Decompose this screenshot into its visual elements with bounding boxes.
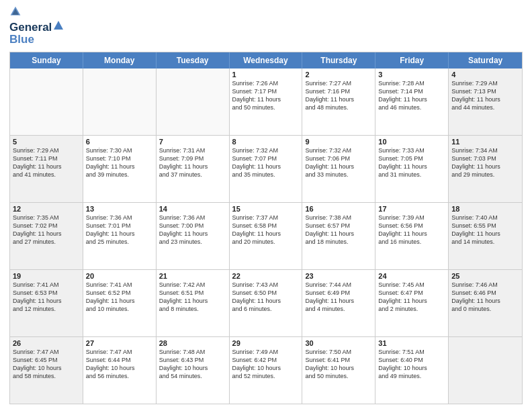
empty-cell-0-1 (83, 68, 157, 135)
day-number: 18 (451, 205, 519, 213)
day-cell-13: 13Sunrise: 7:36 AM Sunset: 7:01 PM Dayli… (83, 203, 157, 269)
day-number: 4 (451, 71, 519, 79)
day-number: 24 (378, 272, 445, 280)
day-cell-7: 7Sunrise: 7:31 AM Sunset: 7:09 PM Daylig… (157, 136, 230, 202)
day-cell-3: 3Sunrise: 7:28 AM Sunset: 7:14 PM Daylig… (375, 68, 449, 135)
day-number: 12 (13, 205, 80, 213)
day-cell-2: 2Sunrise: 7:27 AM Sunset: 7:16 PM Daylig… (302, 68, 375, 135)
calendar-row-2: 12Sunrise: 7:35 AM Sunset: 7:02 PM Dayli… (10, 203, 522, 270)
day-info: Sunrise: 7:32 AM Sunset: 7:06 PM Dayligh… (305, 146, 372, 179)
day-info: Sunrise: 7:37 AM Sunset: 6:58 PM Dayligh… (232, 214, 300, 246)
calendar-row-4: 26Sunrise: 7:47 AM Sunset: 6:45 PM Dayli… (10, 337, 522, 404)
day-number: 3 (378, 71, 445, 79)
day-cell-16: 16Sunrise: 7:38 AM Sunset: 6:57 PM Dayli… (302, 203, 375, 269)
day-cell-6: 6Sunrise: 7:30 AM Sunset: 7:10 PM Daylig… (83, 136, 157, 202)
day-cell-14: 14Sunrise: 7:36 AM Sunset: 7:00 PM Dayli… (157, 203, 230, 269)
weekday-header-monday: Monday (83, 52, 157, 68)
day-info: Sunrise: 7:36 AM Sunset: 7:01 PM Dayligh… (86, 214, 153, 246)
day-info: Sunrise: 7:40 AM Sunset: 6:55 PM Dayligh… (451, 214, 519, 246)
day-cell-10: 10Sunrise: 7:33 AM Sunset: 7:05 PM Dayli… (375, 136, 449, 202)
empty-cell-0-2 (157, 68, 230, 135)
day-number: 20 (86, 272, 153, 280)
day-cell-8: 8Sunrise: 7:32 AM Sunset: 7:07 PM Daylig… (230, 136, 303, 202)
day-cell-27: 27Sunrise: 7:47 AM Sunset: 6:44 PM Dayli… (83, 337, 157, 404)
day-number: 26 (13, 339, 80, 347)
svg-marker-2 (54, 21, 63, 30)
day-info: Sunrise: 7:39 AM Sunset: 6:56 PM Dayligh… (378, 214, 445, 246)
day-info: Sunrise: 7:38 AM Sunset: 6:57 PM Dayligh… (305, 214, 372, 246)
day-cell-26: 26Sunrise: 7:47 AM Sunset: 6:45 PM Dayli… (10, 337, 83, 404)
day-number: 14 (159, 205, 226, 213)
day-number: 15 (232, 205, 300, 213)
day-number: 31 (378, 339, 445, 347)
day-number: 28 (159, 339, 226, 347)
day-cell-4: 4Sunrise: 7:29 AM Sunset: 7:13 PM Daylig… (449, 68, 522, 135)
day-cell-21: 21Sunrise: 7:42 AM Sunset: 6:51 PM Dayli… (157, 270, 230, 336)
weekday-header-friday: Friday (375, 52, 449, 68)
day-info: Sunrise: 7:26 AM Sunset: 7:17 PM Dayligh… (232, 79, 300, 112)
day-info: Sunrise: 7:32 AM Sunset: 7:07 PM Dayligh… (232, 146, 300, 179)
day-cell-22: 22Sunrise: 7:43 AM Sunset: 6:50 PM Dayli… (230, 270, 303, 336)
day-number: 8 (232, 138, 300, 146)
day-info: Sunrise: 7:36 AM Sunset: 7:00 PM Dayligh… (159, 214, 226, 246)
day-cell-24: 24Sunrise: 7:45 AM Sunset: 6:47 PM Dayli… (375, 270, 449, 336)
day-info: Sunrise: 7:30 AM Sunset: 7:10 PM Dayligh… (86, 146, 153, 179)
day-cell-30: 30Sunrise: 7:50 AM Sunset: 6:41 PM Dayli… (302, 337, 375, 404)
day-info: Sunrise: 7:41 AM Sunset: 6:53 PM Dayligh… (13, 281, 80, 314)
day-number: 9 (305, 138, 372, 146)
day-cell-19: 19Sunrise: 7:41 AM Sunset: 6:53 PM Dayli… (10, 270, 83, 336)
day-info: Sunrise: 7:46 AM Sunset: 6:46 PM Dayligh… (451, 281, 519, 314)
calendar: SundayMondayTuesdayWednesdayThursdayFrid… (9, 52, 523, 404)
day-number: 7 (159, 138, 226, 146)
day-cell-9: 9Sunrise: 7:32 AM Sunset: 7:06 PM Daylig… (302, 136, 375, 202)
day-number: 5 (13, 138, 80, 146)
empty-cell-0-0 (10, 68, 83, 135)
day-info: Sunrise: 7:34 AM Sunset: 7:03 PM Dayligh… (451, 146, 519, 179)
day-cell-5: 5Sunrise: 7:29 AM Sunset: 7:11 PM Daylig… (10, 136, 83, 202)
day-info: Sunrise: 7:29 AM Sunset: 7:13 PM Dayligh… (451, 79, 519, 112)
empty-cell-4-6 (449, 337, 522, 404)
logo-blue: Blue (9, 33, 64, 46)
day-info: Sunrise: 7:27 AM Sunset: 7:16 PM Dayligh… (305, 79, 372, 112)
day-number: 6 (86, 138, 153, 146)
day-number: 25 (451, 272, 519, 280)
calendar-row-0: 1Sunrise: 7:26 AM Sunset: 7:17 PM Daylig… (10, 68, 522, 136)
day-info: Sunrise: 7:49 AM Sunset: 6:42 PM Dayligh… (232, 348, 300, 381)
logo-general: General (9, 21, 52, 34)
day-info: Sunrise: 7:29 AM Sunset: 7:11 PM Dayligh… (13, 146, 80, 179)
weekday-header-sunday: Sunday (10, 52, 83, 68)
day-info: Sunrise: 7:48 AM Sunset: 6:43 PM Dayligh… (159, 348, 226, 381)
day-cell-29: 29Sunrise: 7:49 AM Sunset: 6:42 PM Dayli… (230, 337, 303, 404)
day-number: 23 (305, 272, 372, 280)
day-info: Sunrise: 7:50 AM Sunset: 6:41 PM Dayligh… (305, 348, 372, 381)
day-number: 11 (451, 138, 519, 146)
day-cell-11: 11Sunrise: 7:34 AM Sunset: 7:03 PM Dayli… (449, 136, 522, 202)
day-info: Sunrise: 7:42 AM Sunset: 6:51 PM Dayligh… (159, 281, 226, 314)
calendar-header: SundayMondayTuesdayWednesdayThursdayFrid… (10, 52, 522, 68)
day-info: Sunrise: 7:47 AM Sunset: 6:44 PM Dayligh… (86, 348, 153, 381)
page: General Blue SundayMondayTuesdayWednesda… (0, 0, 532, 411)
day-cell-12: 12Sunrise: 7:35 AM Sunset: 7:02 PM Dayli… (10, 203, 83, 269)
day-cell-15: 15Sunrise: 7:37 AM Sunset: 6:58 PM Dayli… (230, 203, 303, 269)
weekday-header-saturday: Saturday (449, 52, 522, 68)
calendar-body: 1Sunrise: 7:26 AM Sunset: 7:17 PM Daylig… (10, 68, 522, 404)
logo-icon (9, 5, 21, 17)
day-info: Sunrise: 7:41 AM Sunset: 6:52 PM Dayligh… (86, 281, 153, 314)
day-number: 21 (159, 272, 226, 280)
day-cell-17: 17Sunrise: 7:39 AM Sunset: 6:56 PM Dayli… (375, 203, 449, 269)
day-cell-31: 31Sunrise: 7:51 AM Sunset: 6:40 PM Dayli… (375, 337, 449, 404)
day-info: Sunrise: 7:35 AM Sunset: 7:02 PM Dayligh… (13, 214, 80, 246)
calendar-row-1: 5Sunrise: 7:29 AM Sunset: 7:11 PM Daylig… (10, 136, 522, 203)
day-cell-20: 20Sunrise: 7:41 AM Sunset: 6:52 PM Dayli… (83, 270, 157, 336)
day-number: 27 (86, 339, 153, 347)
header: General Blue (9, 7, 523, 46)
day-info: Sunrise: 7:31 AM Sunset: 7:09 PM Dayligh… (159, 146, 226, 179)
day-number: 29 (232, 339, 300, 347)
day-cell-25: 25Sunrise: 7:46 AM Sunset: 6:46 PM Dayli… (449, 270, 522, 336)
day-cell-1: 1Sunrise: 7:26 AM Sunset: 7:17 PM Daylig… (230, 68, 303, 135)
day-number: 17 (378, 205, 445, 213)
logo: General Blue (9, 7, 64, 46)
day-number: 16 (305, 205, 372, 213)
day-cell-18: 18Sunrise: 7:40 AM Sunset: 6:55 PM Dayli… (449, 203, 522, 269)
day-number: 30 (305, 339, 372, 347)
